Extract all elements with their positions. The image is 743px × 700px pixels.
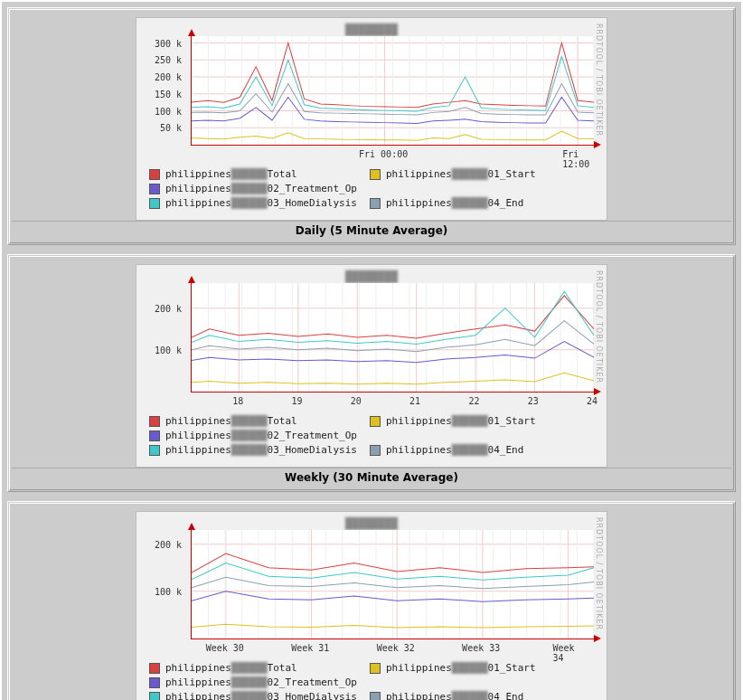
legend-item-03_HomeDialysis: philippines ██████ 03_HomeDialysis (149, 443, 370, 458)
legend-item-01_Start: philippines ██████ 01_Start (370, 661, 590, 676)
series-line-02_Treatment_Op (192, 342, 594, 363)
legend-obscured: ██████ (231, 676, 268, 690)
legend-swatch-icon (149, 663, 160, 674)
series-line-01_Start (192, 131, 594, 140)
x-tick-label: 23 (528, 396, 539, 406)
legend-item-02_Treatment_Op: philippines ██████ 02_Treatment_Op (149, 429, 370, 443)
y-axis-arrow-icon (188, 276, 195, 283)
plot-area (191, 283, 594, 393)
legend-series-name: 03_HomeDialysis (268, 196, 357, 211)
legend-swatch-icon (149, 198, 160, 209)
y-tick-label: 100 k (155, 106, 182, 116)
x-axis-arrow-icon (594, 388, 601, 395)
legend-item-03_HomeDialysis: philippines ██████ 03_HomeDialysis (149, 196, 370, 211)
chart-canvas: ████████ RRDTOOL / TOBI OETIKER 50 k100 … (136, 17, 607, 221)
legend-prefix: philippines (386, 167, 452, 182)
rrdtool-credit: RRDTOOL / TOBI OETIKER (594, 24, 603, 214)
legend-prefix: philippines (165, 690, 231, 700)
legend-swatch-icon (370, 198, 381, 209)
chart-panel-monthly: ████████ RRDTOOL / TOBI OETIKER 100 k200… (7, 501, 736, 700)
legend-swatch-icon (149, 416, 160, 427)
legend-prefix: philippines (386, 443, 452, 458)
legend-swatch-icon (149, 184, 160, 194)
x-tick-label: 24 (587, 396, 597, 406)
legend-prefix: philippines (386, 690, 452, 700)
legend-prefix: philippines (165, 676, 231, 690)
y-axis-arrow-icon (188, 29, 195, 36)
series-svg (192, 36, 594, 145)
legend: philippines ██████ Totalphilippines ████… (136, 162, 607, 220)
legend-swatch-icon (149, 169, 160, 180)
chart-title: ████████ (136, 24, 607, 36)
series-svg (192, 530, 594, 639)
chart-canvas: ████████ RRDTOOL / TOBI OETIKER 100 k200… (136, 264, 607, 468)
legend-swatch-icon (370, 663, 381, 674)
legend-series-name: 01_Start (488, 167, 536, 182)
legend-obscured: ██████ (231, 414, 268, 429)
x-tick-label: 18 (232, 396, 243, 406)
legend-prefix: philippines (165, 182, 231, 196)
legend-prefix: philippines (386, 414, 452, 429)
chart-panel-daily: ████████ RRDTOOL / TOBI OETIKER 50 k100 … (7, 7, 736, 245)
legend-swatch-icon (370, 169, 381, 180)
legend-obscured: ██████ (452, 661, 488, 676)
series-line-03_HomeDialysis (192, 563, 594, 581)
legend-series-name: 04_End (488, 443, 524, 458)
legend-obscured: ██████ (452, 690, 488, 700)
legend-series-name: 02_Treatment_Op (268, 676, 357, 690)
chart-panel-weekly: ████████ RRDTOOL / TOBI OETIKER 100 k200… (7, 254, 736, 492)
legend-swatch-icon (149, 430, 160, 441)
panels-host: ████████ RRDTOOL / TOBI OETIKER 50 k100 … (7, 7, 736, 700)
y-axis-ticks: 100 k200 k (136, 530, 185, 639)
x-tick-label: 21 (409, 396, 420, 406)
legend-obscured: ██████ (452, 443, 488, 458)
x-tick-label: Fri 12:00 (562, 149, 589, 169)
legend-series-name: 02_Treatment_Op (268, 429, 357, 443)
legend-prefix: philippines (165, 196, 231, 211)
rrdtool-credit: RRDTOOL / TOBI OETIKER (594, 517, 603, 700)
legend-obscured: ██████ (231, 690, 268, 700)
legend-item-Total: philippines ██████ Total (149, 661, 370, 676)
x-tick-label: Week 31 (291, 643, 329, 653)
legend-swatch-icon (149, 692, 160, 700)
legend-series-name: 01_Start (488, 414, 536, 429)
legend-series-name: 04_End (488, 690, 524, 700)
legend-series-name: 03_HomeDialysis (268, 690, 357, 700)
y-axis-ticks: 100 k200 k (136, 283, 185, 392)
legend-series-name: Total (268, 167, 297, 182)
x-axis-arrow-icon (594, 141, 601, 148)
chart-title: ████████ (136, 270, 607, 283)
legend-item-01_Start: philippines ██████ 01_Start (370, 414, 590, 429)
x-axis-ticks: Week 30Week 31Week 32Week 33Week 34 (191, 643, 594, 656)
x-tick-label: Fri 00:00 (359, 149, 408, 159)
series-line-03_HomeDialysis (192, 57, 594, 111)
x-tick-label: Week 33 (462, 643, 500, 653)
y-tick-label: 200 k (155, 303, 182, 313)
y-tick-label: 200 k (155, 72, 182, 82)
chart-canvas: ████████ RRDTOOL / TOBI OETIKER 100 k200… (136, 511, 607, 700)
panel-caption: Weekly (30 Minute Average) (12, 468, 731, 487)
legend-obscured: ██████ (231, 661, 268, 676)
plot-area (191, 36, 594, 146)
series-line-04_End (192, 577, 594, 589)
legend-obscured: ██████ (231, 182, 268, 196)
legend-series-name: 02_Treatment_Op (268, 182, 357, 196)
legend-obscured: ██████ (231, 429, 268, 443)
legend-series-name: Total (268, 661, 297, 676)
y-tick-label: 100 k (155, 345, 182, 355)
legend-swatch-icon (370, 416, 381, 427)
series-line-01_Start (192, 373, 594, 383)
legend-prefix: philippines (165, 443, 231, 458)
legend-prefix: philippines (165, 414, 231, 429)
x-tick-label: 19 (291, 396, 302, 406)
legend-obscured: ██████ (231, 196, 268, 211)
x-tick-label: Week 30 (206, 643, 244, 653)
legend: philippines ██████ Totalphilippines ████… (136, 656, 607, 700)
legend-series-name: 01_Start (488, 661, 536, 676)
legend-item-02_Treatment_Op: philippines ██████ 02_Treatment_Op (149, 182, 370, 196)
series-svg (192, 283, 594, 392)
legend-item-04_End: philippines ██████ 04_End (370, 196, 590, 211)
chart-title: ████████ (136, 517, 607, 530)
legend-series-name: Total (268, 414, 297, 429)
legend-swatch-icon (370, 692, 381, 700)
